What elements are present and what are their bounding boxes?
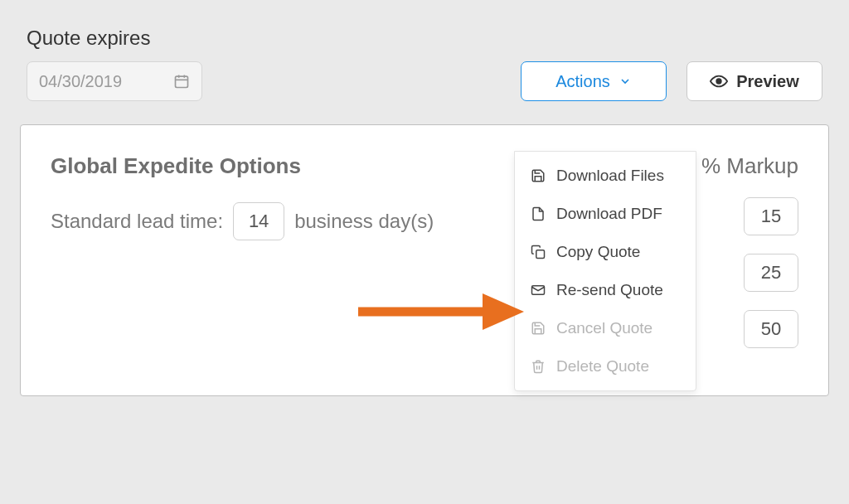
- menu-label: Cancel Quote: [556, 319, 653, 337]
- svg-rect-5: [536, 250, 545, 259]
- save-icon: [530, 321, 546, 336]
- quote-expires-value: 04/30/2019: [39, 72, 122, 91]
- menu-label: Copy Quote: [556, 243, 640, 261]
- preview-button[interactable]: Preview: [686, 61, 822, 101]
- menu-download-pdf[interactable]: Download PDF: [515, 195, 696, 233]
- actions-button[interactable]: Actions: [521, 61, 667, 101]
- preview-button-label: Preview: [736, 72, 799, 91]
- actions-button-label: Actions: [555, 72, 610, 91]
- trash-icon: [530, 359, 546, 374]
- calendar-icon: [173, 73, 190, 90]
- expedite-options-panel: Global Expedite Options Standard lead ti…: [20, 124, 829, 396]
- save-icon: [530, 168, 546, 183]
- menu-cancel-quote: Cancel Quote: [515, 309, 696, 347]
- lead-time-unit: business day(s): [294, 210, 434, 233]
- pdf-icon: [530, 206, 546, 221]
- lead-time-input[interactable]: [233, 202, 284, 240]
- copy-icon: [530, 245, 546, 259]
- eye-icon: [710, 72, 728, 90]
- menu-copy-quote[interactable]: Copy Quote: [515, 233, 696, 271]
- chevron-down-icon: [619, 75, 632, 88]
- menu-label: Download PDF: [556, 205, 662, 223]
- menu-delete-quote: Delete Quote: [515, 347, 696, 385]
- svg-rect-0: [176, 76, 188, 87]
- markup-label: % Markup: [701, 153, 798, 179]
- menu-label: Re-send Quote: [556, 281, 663, 299]
- mail-icon: [530, 283, 546, 298]
- svg-point-4: [716, 79, 721, 84]
- markup-input-1[interactable]: [744, 197, 798, 235]
- quote-expires-label: Quote expires: [27, 27, 822, 50]
- quote-expires-date-input[interactable]: 04/30/2019: [27, 61, 202, 101]
- menu-resend-quote[interactable]: Re-send Quote: [515, 271, 696, 309]
- menu-label: Delete Quote: [556, 357, 649, 376]
- markup-input-3[interactable]: [744, 310, 798, 348]
- menu-download-files[interactable]: Download Files: [515, 157, 696, 195]
- markup-input-2[interactable]: [744, 254, 798, 292]
- lead-time-label: Standard lead time:: [51, 210, 223, 233]
- actions-dropdown: Download Files Download PDF Copy Quote R…: [514, 151, 696, 391]
- menu-label: Download Files: [556, 167, 664, 185]
